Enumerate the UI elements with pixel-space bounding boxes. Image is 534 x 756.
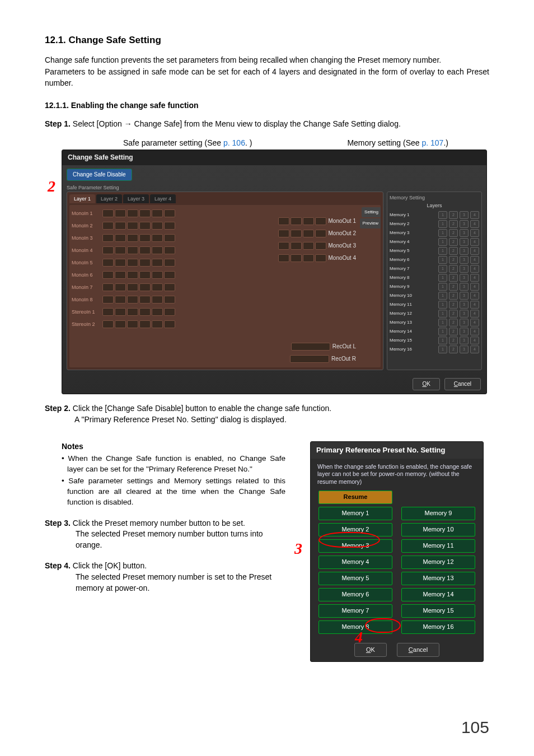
memory-layer-button[interactable]: 3 [460,283,469,291]
tab-layer-4[interactable]: Layer 4 [150,194,176,204]
routing-switch[interactable] [127,271,138,279]
preset-memory-button[interactable]: Memory 7 [318,604,392,618]
memory-layer-button[interactable]: 2 [449,247,458,255]
memory-layer-button[interactable]: 3 [460,310,469,318]
memory-layer-button[interactable]: 1 [438,337,447,344]
routing-switch[interactable] [139,296,151,304]
change-safe-disable-button[interactable]: Change Safe Disable [67,169,132,181]
memory-layer-button[interactable]: 2 [449,292,458,300]
memory-layer-button[interactable]: 1 [438,229,447,237]
routing-switch[interactable] [115,234,126,242]
routing-switch[interactable] [278,217,289,225]
memory-layer-button[interactable]: 4 [470,292,479,300]
memory-layer-button[interactable]: 4 [470,319,479,326]
memory-layer-button[interactable]: 2 [449,310,458,318]
routing-switch[interactable] [102,246,114,254]
memory-layer-button[interactable]: 3 [460,211,469,219]
routing-switch[interactable] [139,308,151,316]
routing-switch[interactable] [127,283,138,291]
routing-switch[interactable] [152,271,163,279]
memory-layer-button[interactable]: 4 [470,283,479,291]
routing-switch[interactable] [127,308,138,316]
routing-switch[interactable] [139,209,151,217]
memory-layer-button[interactable]: 2 [449,256,458,264]
memory-layer-button[interactable]: 3 [460,265,469,273]
preset-memory-button[interactable]: Memory 6 [318,588,392,601]
memory-layer-button[interactable]: 2 [449,229,458,237]
tab-layer-1[interactable]: Layer 1 [69,194,95,204]
memory-layer-button[interactable]: 1 [438,211,447,219]
routing-switch[interactable] [152,246,163,254]
preset-memory-button[interactable]: Memory 9 [401,507,475,520]
memory-layer-button[interactable]: 1 [438,283,447,291]
memory-layer-button[interactable]: 3 [460,247,469,255]
routing-switch[interactable] [115,246,126,254]
routing-switch[interactable] [291,254,302,262]
memory-layer-button[interactable]: 2 [449,265,458,273]
routing-switch[interactable] [278,230,289,237]
memory-layer-button[interactable]: 4 [470,346,479,353]
tab-layer-3[interactable]: Layer 3 [123,194,149,204]
pr-cancel-button[interactable]: Cancel [397,643,439,657]
preset-memory-button[interactable]: Memory 5 [318,572,392,585]
memory-layer-button[interactable]: 1 [438,274,447,282]
memory-layer-button[interactable]: 3 [460,220,469,228]
routing-switch[interactable] [315,217,326,225]
cs-cancel-button[interactable]: Cancel [444,378,481,390]
memory-layer-button[interactable]: 2 [449,337,458,344]
memory-layer-button[interactable]: 4 [470,238,479,246]
routing-switch[interactable] [303,230,314,237]
memory-layer-button[interactable]: 4 [470,301,479,309]
preset-memory-button[interactable]: Memory 16 [401,620,475,634]
routing-switch[interactable] [115,308,126,316]
routing-switch[interactable] [315,254,326,262]
routing-switch[interactable] [127,234,138,242]
routing-switch[interactable] [152,259,163,267]
memory-layer-button[interactable]: 4 [470,274,479,282]
routing-switch[interactable] [164,234,175,242]
routing-switch[interactable] [303,254,314,262]
routing-switch[interactable] [278,242,289,250]
tab-layer-2[interactable]: Layer 2 [96,194,122,204]
routing-switch[interactable] [278,254,289,262]
routing-switch[interactable] [164,296,175,304]
link-p106[interactable]: p. 106 [223,138,245,147]
routing-switch[interactable] [102,259,114,267]
routing-switch[interactable] [291,343,330,351]
routing-switch[interactable] [291,230,302,237]
routing-switch[interactable] [303,242,314,250]
memory-layer-button[interactable]: 1 [438,346,447,353]
routing-switch[interactable] [115,259,126,267]
routing-switch[interactable] [139,222,151,230]
preset-memory-button[interactable]: Memory 12 [401,556,475,569]
memory-layer-button[interactable]: 3 [460,328,469,335]
memory-layer-button[interactable]: 2 [449,238,458,246]
routing-switch[interactable] [291,217,302,225]
routing-switch[interactable] [152,283,163,291]
routing-switch[interactable] [139,271,151,279]
routing-switch[interactable] [139,320,151,328]
routing-switch[interactable] [102,283,114,291]
routing-switch[interactable] [152,320,163,328]
memory-layer-button[interactable]: 1 [438,301,447,309]
memory-layer-button[interactable]: 4 [470,310,479,318]
routing-switch[interactable] [115,271,126,279]
memory-layer-button[interactable]: 2 [449,220,458,228]
preset-memory-button[interactable]: Memory 1 [318,507,392,520]
routing-switch[interactable] [139,246,151,254]
memory-layer-button[interactable]: 4 [470,229,479,237]
memory-layer-button[interactable]: 1 [438,319,447,326]
memory-layer-button[interactable]: 1 [438,328,447,335]
side-preview-button[interactable]: Preview [360,218,381,228]
cs-ok-button[interactable]: OK [413,378,439,390]
routing-switch[interactable] [164,222,175,230]
routing-switch[interactable] [115,283,126,291]
routing-switch[interactable] [164,283,175,291]
routing-switch[interactable] [127,222,138,230]
routing-switch[interactable] [115,209,126,217]
memory-layer-button[interactable]: 2 [449,211,458,219]
memory-layer-button[interactable]: 3 [460,274,469,282]
preset-memory-button[interactable]: Memory 15 [401,604,475,618]
memory-layer-button[interactable]: 1 [438,247,447,255]
memory-layer-button[interactable]: 1 [438,310,447,318]
